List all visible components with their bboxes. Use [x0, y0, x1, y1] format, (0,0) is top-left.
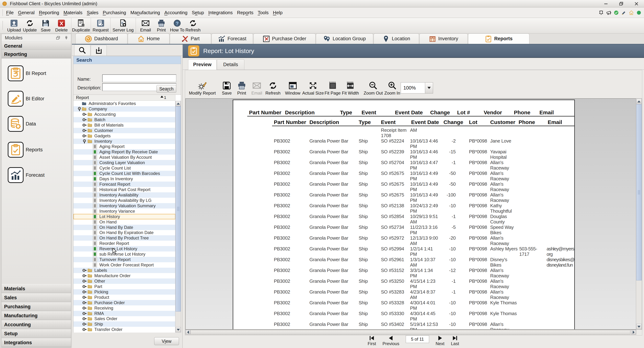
tree-item[interactable]: Sales Order	[74, 316, 176, 322]
preview-vertical-scrollbar[interactable]	[636, 98, 642, 330]
knob-collapsed-icon[interactable]	[82, 316, 87, 321]
green-dot-icon[interactable]	[636, 10, 642, 15]
tree-item[interactable]: Turnover Report	[74, 257, 176, 262]
knob-collapsed-icon[interactable]	[82, 118, 87, 122]
first-page-button[interactable]: First	[368, 335, 376, 346]
toolbar-button[interactable]: Upload	[6, 18, 22, 33]
tree-item[interactable]: sub Reverse Lot History	[74, 252, 176, 257]
preview-toolbar-button[interactable]: Zoom In	[384, 81, 400, 96]
knob-collapsed-icon[interactable]	[82, 134, 87, 138]
menu-item[interactable]: Manufacturing	[128, 8, 162, 17]
preview-toolbar-button[interactable]: Fit Width	[342, 81, 359, 96]
scroll-up-button[interactable]	[636, 99, 642, 104]
tree-item[interactable]: Picking	[74, 289, 176, 294]
tree-scroll-down-button[interactable]	[176, 327, 181, 332]
scroll-right-button[interactable]	[631, 330, 636, 334]
knob-collapsed-icon[interactable]	[82, 290, 87, 294]
module-item[interactable]: Data	[8, 116, 36, 132]
knob-collapsed-icon[interactable]	[82, 295, 87, 300]
tree-item[interactable]: Other	[74, 278, 176, 284]
knob-expanded-icon[interactable]	[82, 139, 87, 144]
tree-item[interactable]: Accounting	[74, 112, 176, 117]
tree-item[interactable]: Batch	[74, 117, 176, 122]
knob-collapsed-icon[interactable]	[82, 306, 87, 310]
tree-scroll-up-button[interactable]	[176, 101, 181, 106]
previous-page-button[interactable]: Previous	[382, 335, 399, 346]
module-tab[interactable]: Dashboard	[76, 34, 128, 44]
preview-toolbar-button[interactable]: Email	[252, 81, 262, 96]
preview-toolbar-button[interactable]: Zoom Out	[364, 81, 383, 96]
toolbar-button[interactable]: Email	[138, 18, 154, 33]
module-section-bar[interactable]: Purchasing	[2, 302, 71, 311]
tree-item[interactable]: Cycle Count List	[74, 165, 176, 171]
module-item[interactable]: Reports	[8, 142, 43, 158]
tree-item[interactable]: Administrator's Favorites	[74, 101, 176, 106]
search-tab[interactable]	[74, 44, 90, 56]
tree-item[interactable]: Reverse Lot History	[74, 246, 176, 252]
report-view-tab[interactable]: Details	[217, 59, 244, 70]
menu-item[interactable]: Accounting	[162, 8, 190, 17]
tree-item[interactable]: On Hand By Product Tree	[74, 235, 176, 241]
scroll-down-button[interactable]	[636, 324, 642, 329]
tree-item[interactable]: Costing Layer Valuation	[74, 160, 176, 165]
module-section-bar[interactable]: Reporting	[2, 50, 71, 58]
tree-item[interactable]: RMA	[74, 311, 176, 316]
toolbar-grip[interactable]	[2, 21, 3, 30]
tree-item[interactable]: Inventory Valuation Summary	[74, 203, 176, 208]
name-input[interactable]	[102, 74, 176, 82]
tree-item[interactable]: Inventory Variance	[74, 208, 176, 214]
preview-toolbar-button[interactable]: Window	[285, 81, 300, 96]
module-tab[interactable]: Part	[170, 34, 211, 44]
module-item[interactable]: Forecast	[8, 167, 44, 183]
toolbar-button[interactable]: Duplicate	[73, 18, 89, 33]
import-tab[interactable]	[91, 45, 107, 56]
tree-item[interactable]: Aging Report By Receive Date	[74, 149, 176, 154]
menu-item[interactable]: Sales	[85, 8, 100, 17]
tree-scrollbar[interactable]	[175, 101, 181, 332]
search-button[interactable]: Search	[156, 85, 176, 93]
home-outline-icon[interactable]	[629, 10, 634, 15]
module-item[interactable]: BI Report	[8, 66, 46, 81]
module-section-bar[interactable]: Sales	[2, 293, 71, 302]
knob-collapsed-icon[interactable]	[82, 112, 87, 117]
last-page-button[interactable]: Last	[451, 335, 459, 346]
check-circle-icon[interactable]	[614, 10, 619, 15]
knob-expanded-icon[interactable]	[77, 106, 82, 111]
restore-icon[interactable]	[56, 36, 60, 40]
menu-item[interactable]: Reports	[235, 8, 256, 17]
tree-item[interactable]: Inventory Availability	[74, 192, 176, 198]
module-tab[interactable]: Location	[374, 34, 419, 44]
preview-toolbar-button[interactable]: Modify Report	[189, 81, 216, 96]
preview-horizontal-scrollbar[interactable]	[185, 330, 636, 335]
preview-toolbar-button[interactable]: Save	[222, 81, 232, 96]
toolbar-button[interactable]: Print	[154, 18, 169, 33]
zoom-dropdown-button[interactable]	[425, 82, 433, 93]
view-button[interactable]: View	[154, 337, 179, 345]
module-section-bar[interactable]: Setup	[2, 329, 71, 338]
tree-item[interactable]: Labels	[74, 268, 176, 273]
tree-item[interactable]: Company	[74, 106, 176, 112]
tree-item[interactable]: Days In Inventory	[74, 176, 176, 182]
module-tab[interactable]: Purchase Order	[253, 34, 316, 44]
toolbar-button[interactable]: Delete	[54, 18, 69, 33]
tree-item[interactable]: On Hand By Expiration Date	[74, 230, 176, 236]
pin-icon[interactable]	[64, 36, 68, 40]
tree-scroll-thumb[interactable]	[176, 106, 181, 312]
tree-item[interactable]: Lot History	[74, 214, 176, 219]
knob-collapsed-icon[interactable]	[82, 268, 87, 273]
tree-item[interactable]: Cycle Count List With Barcodes	[74, 171, 176, 176]
menu-item[interactable]: Tools	[256, 8, 271, 17]
knob-collapsed-icon[interactable]	[82, 327, 87, 332]
minimize-button[interactable]	[598, 0, 614, 7]
knob-collapsed-icon[interactable]	[82, 279, 87, 284]
toolbar-button[interactable]: Save	[38, 18, 54, 33]
tree-item[interactable]: Gadgets	[74, 133, 176, 138]
toolbar-button[interactable]: Request	[93, 18, 108, 33]
tree-item[interactable]: Work Order Forecast Report	[74, 262, 176, 268]
tree-item[interactable]: Transfer Order	[74, 327, 176, 332]
tree-item[interactable]: Reorder Report	[74, 241, 176, 246]
pencil-icon[interactable]	[621, 10, 626, 15]
tree-item[interactable]: Inventory Availability By LG	[74, 198, 176, 203]
tree-item[interactable]: Aging Report	[74, 144, 176, 149]
module-tab[interactable]: Home	[128, 34, 170, 44]
